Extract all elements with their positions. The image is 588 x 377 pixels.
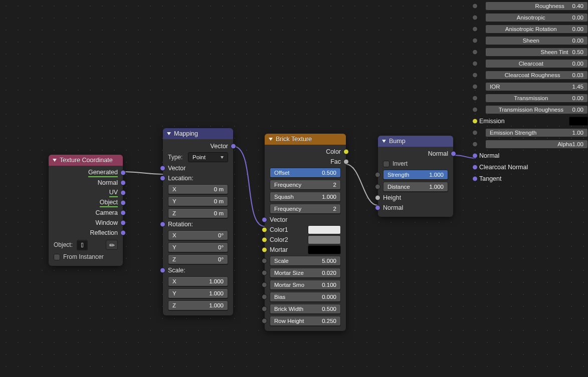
emission-strength-slider[interactable]: Emission Strength1.00 — [485, 128, 588, 137]
eyedropper-icon: ✎ — [107, 240, 116, 249]
color2-swatch[interactable] — [308, 235, 341, 244]
socket-window[interactable]: Window — [49, 218, 123, 228]
chevron-down-icon — [382, 140, 386, 143]
node-mapping[interactable]: Mapping Vector Type: Point Vector Locati… — [163, 128, 233, 315]
squash-field[interactable]: Squash1.000 — [270, 192, 341, 202]
eyedropper-button[interactable]: ✎ — [106, 240, 118, 250]
color1-swatch[interactable] — [308, 225, 341, 234]
sheen-tint-slider[interactable]: Sheen Tint0.50 — [485, 48, 588, 57]
transmission-roughness-slider[interactable]: Transmission Roughness0.00 — [485, 105, 588, 114]
mortar-size-field[interactable]: Mortar Size0.020 — [270, 268, 341, 278]
scale-z[interactable]: Z1.000 — [168, 300, 228, 310]
node-title: Mapping — [174, 130, 198, 137]
mortar-swatch[interactable] — [308, 245, 341, 254]
node-header[interactable]: Bump — [378, 136, 453, 147]
socket-rotation[interactable]: Rotation: — [163, 219, 233, 229]
scale-x[interactable]: X1.000 — [168, 276, 228, 286]
brick-width-field[interactable]: Brick Width0.500 — [270, 304, 341, 314]
node-brick-texture[interactable]: Brick Texture Color Fac Offset0.500 Freq… — [265, 134, 346, 331]
socket-height[interactable]: Height — [378, 193, 453, 203]
socket-generated[interactable]: Generated — [49, 168, 123, 178]
anisotropic-rotation-slider[interactable]: Anisotropic Rotation0.00 — [485, 25, 588, 34]
chevron-down-icon — [53, 159, 57, 162]
node-principled-bsdf[interactable]: Roughness0.40 Anisotropic0.00 Anisotropi… — [475, 0, 588, 184]
socket-out-color[interactable]: Color — [265, 147, 346, 157]
from-instancer-checkbox[interactable] — [54, 254, 60, 260]
socket-normal[interactable]: Normal — [378, 203, 453, 213]
clearcoat-normal-label[interactable]: Clearcoat Normal — [479, 164, 588, 171]
socket-location[interactable]: Location: — [163, 173, 233, 183]
invert-checkbox[interactable] — [383, 161, 389, 167]
socket-out-fac[interactable]: Fac — [265, 157, 346, 167]
node-header[interactable]: Mapping — [163, 128, 233, 139]
rotation-x[interactable]: X0° — [168, 230, 228, 240]
clearcoat-slider[interactable]: Clearcoat0.00 — [485, 59, 588, 68]
roughness-slider[interactable]: Roughness0.40 — [485, 2, 588, 11]
socket-out-vector[interactable]: Vector — [163, 141, 233, 151]
socket-in-vector[interactable]: Vector — [265, 215, 346, 225]
emission-label: Emission — [479, 118, 569, 125]
distance-field[interactable]: Distance1.000 — [383, 182, 448, 192]
bias-field[interactable]: Bias0.000 — [270, 292, 341, 302]
rotation-z[interactable]: Z0° — [168, 254, 228, 264]
tangent-label[interactable]: Tangent — [479, 175, 588, 182]
transmission-slider[interactable]: Transmission0.00 — [485, 94, 588, 103]
location-z[interactable]: Z0 m — [168, 208, 228, 218]
ior-slider[interactable]: IOR1.45 — [485, 82, 588, 91]
clearcoat-roughness-slider[interactable]: Clearcoat Roughness0.03 — [485, 71, 588, 80]
frequency2-field[interactable]: Frequency2 — [270, 204, 341, 214]
scale-y[interactable]: Y1.000 — [168, 288, 228, 298]
socket-uv[interactable]: UV — [49, 188, 123, 198]
location-y[interactable]: Y0 m — [168, 196, 228, 206]
socket-object[interactable]: Object — [49, 198, 123, 208]
alpha-slider[interactable]: Alpha1.00 — [485, 140, 588, 149]
socket-in-vector[interactable]: Vector — [163, 163, 233, 173]
emission-color[interactable] — [569, 117, 588, 126]
node-title: Brick Texture — [276, 136, 312, 143]
node-title: Bump — [389, 138, 406, 145]
scale-field[interactable]: Scale5.000 — [270, 256, 341, 266]
socket-color1[interactable]: Color1 — [265, 225, 346, 235]
node-texture-coordinate[interactable]: Texture Coordinate Generated Normal UV O… — [49, 155, 123, 266]
object-picker[interactable] — [77, 240, 88, 250]
object-field-label: Object: — [54, 241, 73, 248]
sheen-slider[interactable]: Sheen0.00 — [485, 36, 588, 45]
offset-field[interactable]: Offset0.500 — [270, 168, 341, 178]
type-dropdown[interactable]: Point — [188, 152, 228, 162]
anisotropic-slider[interactable]: Anisotropic0.00 — [485, 13, 588, 22]
normal-label[interactable]: Normal — [479, 152, 588, 159]
socket-color2[interactable]: Color2 — [265, 235, 346, 245]
socket-normal[interactable]: Normal — [49, 178, 123, 188]
node-header[interactable]: Texture Coordinate — [49, 155, 123, 166]
row-height-field[interactable]: Row Height0.250 — [270, 316, 341, 326]
node-bump[interactable]: Bump Normal Invert Strength1.000 Distanc… — [378, 136, 453, 217]
socket-mortar[interactable]: Mortar — [265, 245, 346, 255]
chevron-down-icon — [269, 138, 273, 141]
socket-scale[interactable]: Scale5.000 — [265, 255, 346, 267]
socket-reflection[interactable]: Reflection — [49, 228, 123, 238]
socket-camera[interactable]: Camera — [49, 208, 123, 218]
mortar-smooth-field[interactable]: Mortar Smo0.100 — [270, 280, 341, 290]
rotation-y[interactable]: Y0° — [168, 242, 228, 252]
strength-field[interactable]: Strength1.000 — [383, 170, 448, 180]
frequency1-field[interactable]: Frequency2 — [270, 180, 341, 190]
socket-scale[interactable]: Scale: — [163, 265, 233, 275]
node-title: Texture Coordinate — [60, 157, 113, 164]
node-header[interactable]: Brick Texture — [265, 134, 346, 145]
location-x[interactable]: X0 m — [168, 184, 228, 194]
from-instancer-label: From Instancer — [63, 253, 104, 260]
socket-out-normal[interactable]: Normal — [378, 149, 453, 159]
chevron-down-icon — [221, 156, 224, 159]
chevron-down-icon — [167, 132, 171, 135]
